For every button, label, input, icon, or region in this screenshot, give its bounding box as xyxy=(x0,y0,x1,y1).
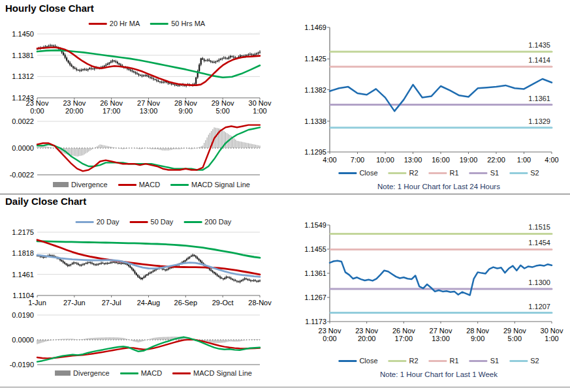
legend-swatch xyxy=(388,172,407,174)
y-tick-label: 0.0000 xyxy=(3,335,34,344)
legend-label: R2 xyxy=(409,357,419,365)
legend-hm: DivergenceMACDMACD Signal Line xyxy=(53,181,250,188)
y-tick-label: 1.1381 xyxy=(3,51,34,60)
legend-dm: DivergenceMACDMACD Signal Line xyxy=(55,369,252,377)
legend-item: 50 Day xyxy=(130,218,174,226)
level-label-r1: 1.1414 xyxy=(509,56,550,64)
legend-label: Close xyxy=(359,357,377,365)
legend-swatch xyxy=(509,360,528,362)
legend-item: Close xyxy=(338,357,377,365)
legend-swatch xyxy=(338,172,356,174)
legend-item: 200 Day xyxy=(183,218,231,226)
level-label-s1: 1.1361 xyxy=(509,95,550,102)
legend-swatch xyxy=(76,221,94,223)
legend-item: MACD xyxy=(118,181,160,188)
legend-dr: CloseR2R1S1S2 xyxy=(338,357,539,365)
legend-item: S1 xyxy=(469,357,499,365)
legend-item: Divergence xyxy=(53,181,108,188)
legend-swatch xyxy=(469,172,488,174)
legend-label: 50 Day xyxy=(151,218,174,226)
daily-section-title: Daily Close Chart xyxy=(5,196,86,207)
y-tick-label: 1.1173 xyxy=(295,317,326,326)
y-tick-label: 1.1425 xyxy=(295,54,326,63)
legend-label: S2 xyxy=(530,357,539,365)
legend-swatch xyxy=(130,221,148,223)
hourly-chart-note: Note: 1 Hour Chart for Last 24 Hours xyxy=(328,183,550,190)
y-tick-label: 1.1450 xyxy=(3,29,34,38)
x-tick-label: 30 Nov 1:00 xyxy=(528,327,570,342)
hourly-section-title: Hourly Close Chart xyxy=(5,3,94,14)
legend-item: 20 Day xyxy=(76,218,119,226)
legend-hr: CloseR2R1S1S2 xyxy=(338,169,539,177)
legend-label: 50 Hrs MA xyxy=(171,20,205,27)
level-label-s2: 1.1329 xyxy=(509,117,550,125)
legend-swatch xyxy=(429,172,447,174)
y-tick-label: -0.0190 xyxy=(3,360,34,369)
legend-swatch xyxy=(172,372,191,374)
legend-swatch xyxy=(469,360,488,362)
legend-item: MACD Signal Line xyxy=(172,369,252,377)
legend-item: S2 xyxy=(509,169,539,177)
legend-label: Close xyxy=(359,169,377,177)
y-tick-label: 1.2175 xyxy=(3,228,34,237)
y-tick-label: 1.1382 xyxy=(295,85,326,95)
legend-swatch xyxy=(429,360,447,362)
legend-label: MACD xyxy=(141,369,162,377)
level-label-r2: 1.1435 xyxy=(509,41,550,49)
section-divider xyxy=(0,194,570,194)
daily-chart-note: Note: 1 Hour Chart for Last 1 Week xyxy=(328,370,550,378)
legend-item: R2 xyxy=(388,169,419,177)
legend-item: S2 xyxy=(509,357,539,365)
legend-label: 20 Hr MA xyxy=(110,20,140,27)
legend-swatch xyxy=(55,370,71,376)
legend-swatch xyxy=(118,184,136,186)
legend-swatch xyxy=(89,23,107,25)
legend-swatch xyxy=(509,172,528,174)
legend-swatch xyxy=(338,360,356,362)
legend-label: R2 xyxy=(409,169,419,177)
level-label-r2: 1.1515 xyxy=(509,223,550,231)
legend-dp: 20 Day50 Day200 Day xyxy=(76,218,232,226)
legend-item: R1 xyxy=(429,169,459,177)
legend-label: MACD Signal Line xyxy=(191,181,250,188)
y-tick-label: 1.1455 xyxy=(295,245,326,254)
x-tick-label: 4:00 xyxy=(528,156,570,164)
level-label-r1: 1.1454 xyxy=(509,239,550,247)
y-tick-label: 1.1267 xyxy=(295,293,326,302)
y-tick-label: 0.0190 xyxy=(3,310,34,320)
y-tick-label: 1.1461 xyxy=(3,270,34,279)
legend-swatch xyxy=(183,221,202,223)
legend-item: 20 Hr MA xyxy=(89,20,140,27)
legend-label: Divergence xyxy=(71,181,108,188)
y-tick-label: 1.1338 xyxy=(295,117,326,126)
level-label-s2: 1.1207 xyxy=(509,303,550,310)
legend-item: MACD Signal Line xyxy=(170,181,250,188)
y-tick-label: 1.1818 xyxy=(3,249,34,258)
legend-label: S1 xyxy=(490,357,499,365)
legend-label: S1 xyxy=(490,169,499,177)
y-tick-label: 0.0000 xyxy=(3,143,34,153)
legend-label: MACD Signal Line xyxy=(193,369,252,377)
y-tick-label: 1.1295 xyxy=(295,147,326,157)
y-tick-label: 1.1361 xyxy=(295,269,326,278)
legend-hp: 20 Hr MA50 Hrs MA xyxy=(89,20,205,27)
legend-item: Close xyxy=(338,169,377,177)
legend-label: 20 Day xyxy=(97,218,119,226)
legend-item: S1 xyxy=(469,169,499,177)
legend-label: 200 Day xyxy=(204,218,231,226)
x-tick-label: 30 Nov 1:00 xyxy=(236,99,284,115)
legend-swatch xyxy=(120,372,138,374)
fx-technical-analysis-report: Hourly Close Chart Daily Close Chart Not… xyxy=(0,0,570,392)
legend-label: MACD xyxy=(139,181,160,188)
y-tick-label: 1.1549 xyxy=(295,220,326,230)
legend-label: R1 xyxy=(450,169,459,177)
legend-item: MACD xyxy=(120,369,162,377)
y-tick-label: 1.1469 xyxy=(295,23,326,32)
legend-item: R1 xyxy=(429,357,459,365)
y-tick-label: -0.0022 xyxy=(3,170,34,179)
legend-label: R1 xyxy=(450,357,459,365)
legend-item: 50 Hrs MA xyxy=(150,20,205,27)
legend-swatch xyxy=(388,360,407,362)
legend-item: R2 xyxy=(388,357,419,365)
legend-swatch xyxy=(170,184,189,186)
